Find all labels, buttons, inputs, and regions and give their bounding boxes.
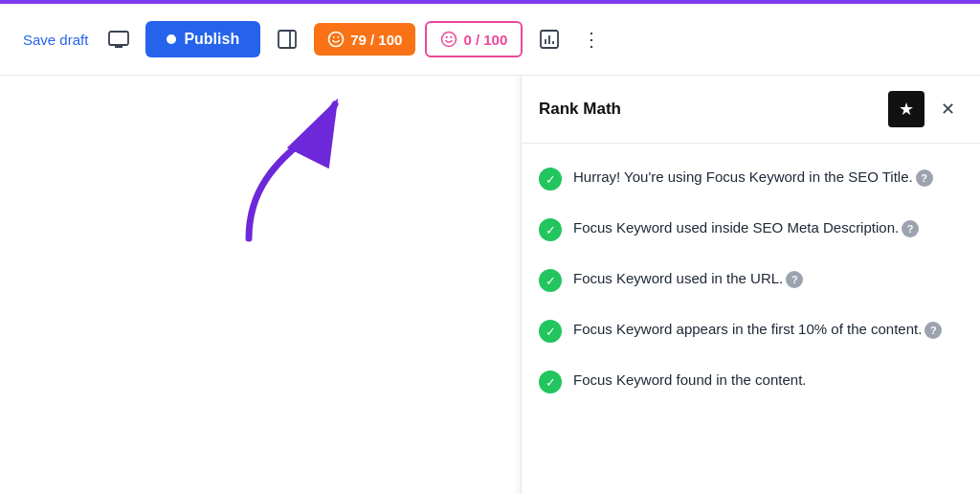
check-icon: ✓ bbox=[539, 370, 562, 393]
star-button[interactable]: ★ bbox=[888, 91, 924, 127]
readability-score-button[interactable]: 0 / 100 bbox=[425, 21, 523, 57]
more-options-icon: ⋮ bbox=[582, 28, 602, 51]
svg-rect-0 bbox=[109, 32, 128, 45]
panel-header-actions: ★ ✕ bbox=[888, 91, 963, 127]
main-area: Rank Math ★ ✕ ✓Hurray! You're using Focu… bbox=[0, 76, 980, 494]
check-icon: ✓ bbox=[539, 269, 562, 292]
help-icon[interactable]: ? bbox=[924, 322, 942, 339]
svg-rect-1 bbox=[278, 31, 296, 48]
publish-label: Publish bbox=[184, 31, 239, 48]
preview-icon[interactable] bbox=[101, 22, 136, 56]
check-item: ✓Hurray! You're using Focus Keyword in t… bbox=[522, 153, 980, 204]
help-icon[interactable]: ? bbox=[786, 271, 803, 288]
seo-score-button[interactable]: 79 / 100 bbox=[314, 23, 415, 56]
check-item: ✓Focus Keyword found in the content. bbox=[522, 356, 980, 407]
check-icon: ✓ bbox=[539, 320, 562, 343]
toolbar: Save draft Publish 79 / 100 bbox=[0, 4, 980, 76]
analytics-icon[interactable] bbox=[532, 22, 567, 56]
seo-score-label: 79 / 100 bbox=[350, 32, 402, 48]
rank-math-panel: Rank Math ★ ✕ ✓Hurray! You're using Focu… bbox=[521, 76, 980, 494]
readability-score-label: 0 / 100 bbox=[463, 32, 507, 48]
seo-score-icon bbox=[327, 31, 345, 48]
readability-score-icon bbox=[440, 31, 457, 48]
panel-body: ✓Hurray! You're using Focus Keyword in t… bbox=[522, 144, 980, 494]
panel-title: Rank Math bbox=[539, 100, 621, 119]
help-icon[interactable]: ? bbox=[902, 220, 919, 237]
check-item: ✓Focus Keyword appears in the first 10% … bbox=[522, 305, 980, 356]
check-text: Focus Keyword used inside SEO Meta Descr… bbox=[573, 217, 963, 239]
sidebar-toggle-icon[interactable] bbox=[270, 22, 304, 56]
check-item: ✓Focus Keyword used in the URL.? bbox=[522, 255, 980, 305]
more-options-button[interactable]: ⋮ bbox=[576, 22, 607, 56]
check-icon: ✓ bbox=[539, 168, 562, 191]
help-icon[interactable]: ? bbox=[916, 169, 933, 187]
arrow-annotation bbox=[220, 85, 373, 261]
panel-header: Rank Math ★ ✕ bbox=[522, 76, 980, 144]
check-text: Hurray! You're using Focus Keyword in th… bbox=[573, 167, 963, 189]
save-draft-button[interactable]: Save draft bbox=[19, 24, 92, 56]
svg-point-3 bbox=[442, 33, 457, 47]
check-text: Focus Keyword found in the content. bbox=[573, 370, 963, 392]
check-text: Focus Keyword appears in the first 10% o… bbox=[573, 319, 963, 341]
check-icon: ✓ bbox=[539, 218, 562, 241]
close-panel-button[interactable]: ✕ bbox=[932, 94, 963, 124]
check-text: Focus Keyword used in the URL.? bbox=[573, 268, 963, 290]
publish-dot bbox=[167, 34, 176, 44]
check-item: ✓Focus Keyword used inside SEO Meta Desc… bbox=[522, 204, 980, 255]
publish-button[interactable]: Publish bbox=[145, 21, 260, 57]
